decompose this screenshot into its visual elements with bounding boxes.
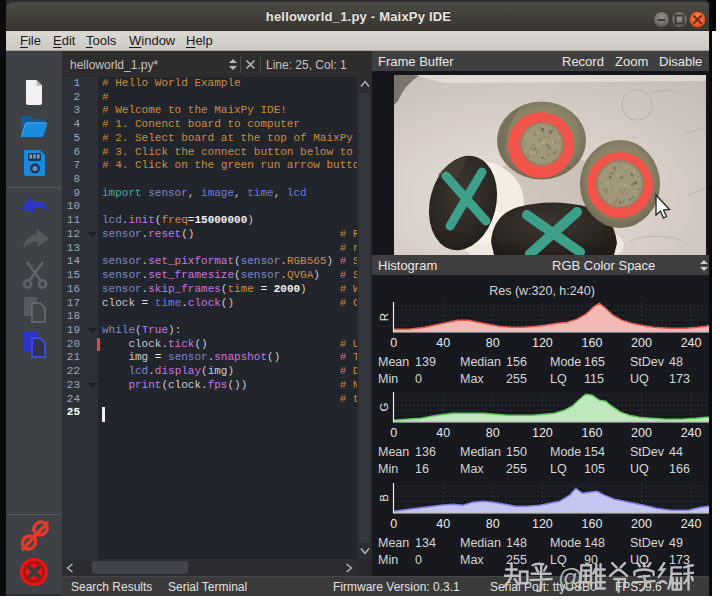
- svg-text:80: 80: [486, 426, 500, 440]
- svg-text:200: 200: [631, 517, 652, 531]
- svg-text:40: 40: [436, 336, 450, 350]
- svg-text:120: 120: [532, 336, 553, 350]
- svg-text:0: 0: [390, 517, 397, 531]
- svg-text:0: 0: [390, 336, 397, 350]
- svg-text:B: B: [378, 494, 390, 502]
- svg-text:120: 120: [532, 426, 553, 440]
- svg-text:120: 120: [532, 517, 553, 531]
- svg-text:160: 160: [582, 426, 603, 440]
- svg-text:240: 240: [681, 517, 702, 531]
- svg-text:200: 200: [631, 426, 652, 440]
- svg-text:160: 160: [582, 336, 603, 350]
- svg-text:0: 0: [390, 426, 397, 440]
- svg-text:40: 40: [436, 517, 450, 531]
- svg-text:40: 40: [436, 426, 450, 440]
- svg-text:R: R: [378, 313, 390, 321]
- svg-text:160: 160: [582, 517, 603, 531]
- svg-text:240: 240: [681, 336, 702, 350]
- svg-text:80: 80: [486, 517, 500, 531]
- svg-text:240: 240: [681, 426, 702, 440]
- svg-text:G: G: [378, 402, 390, 411]
- svg-text:200: 200: [631, 336, 652, 350]
- svg-text:80: 80: [486, 336, 500, 350]
